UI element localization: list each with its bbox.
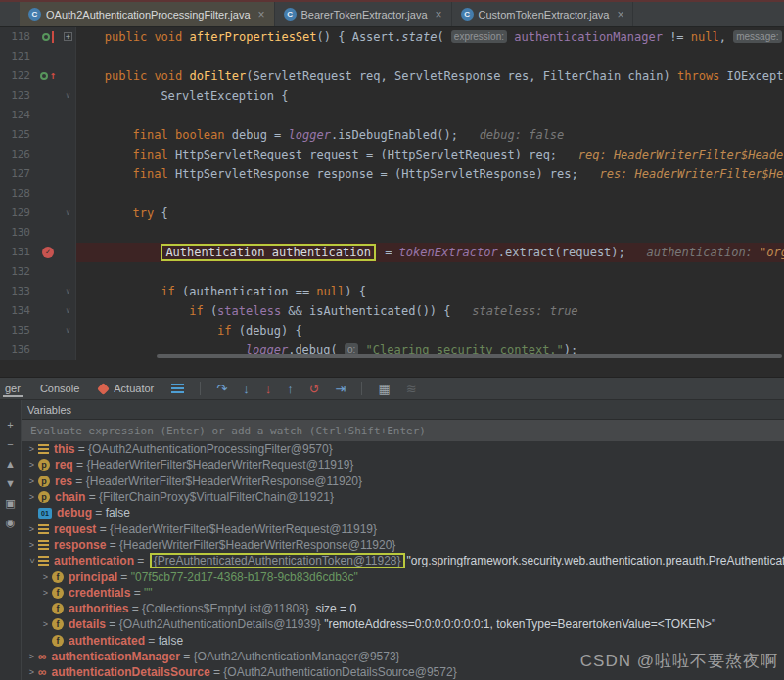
file-tab[interactable]: CBearerTokenExtractor.java×	[275, 2, 452, 26]
variable-row-credentials[interactable]: >fcredentials = ""	[22, 585, 784, 601]
line-number: 124	[0, 106, 35, 125]
variable-row-debug[interactable]: 01debug = false	[22, 505, 784, 521]
tab-close-icon[interactable]: ×	[436, 8, 442, 22]
debugger-tab-ger[interactable]: ger	[3, 380, 23, 397]
gutter	[35, 204, 61, 223]
code-content[interactable]: if (authentication == null) {	[76, 282, 784, 301]
drop-frame-icon[interactable]: ↺	[309, 383, 320, 395]
variable-row-authorities[interactable]: fauthorities = {Collections$EmptyList@11…	[22, 601, 784, 616]
variable-row-principal[interactable]: >fprincipal = "07f5cb77-2d17-4368-b178-9…	[22, 568, 784, 584]
fold-column[interactable]: ∨	[61, 86, 76, 106]
variable-row-res[interactable]: >pres = {HeaderWriterFilter$HeaderWriter…	[22, 474, 784, 489]
code-line: 127final HttpServletResponse response = …	[0, 164, 784, 184]
step-out-icon[interactable]: ↑	[287, 383, 294, 395]
value-icon	[38, 524, 49, 534]
variable-row-request[interactable]: >request = {HeaderWriterFilter$HeaderWri…	[22, 521, 784, 536]
debugger-tab-console[interactable]: Console	[38, 380, 81, 397]
fold-column[interactable]: ∨	[61, 204, 76, 223]
expand-chevron-icon[interactable]: >	[39, 619, 52, 629]
expand-chevron-icon[interactable]: >	[39, 572, 52, 582]
code-content[interactable]	[76, 106, 784, 125]
add-watch-icon[interactable]: +	[7, 420, 13, 431]
variables-tab[interactable]: Variables	[0, 400, 784, 420]
horizontal-scrollbar[interactable]	[157, 354, 782, 358]
layout-settings-icon[interactable]	[171, 384, 184, 393]
code-content[interactable]	[76, 47, 784, 67]
expand-chevron-icon[interactable]: >	[25, 476, 38, 486]
fold-expand-icon[interactable]: +	[64, 32, 72, 41]
expand-chevron-icon[interactable]: >	[25, 540, 38, 550]
code-content[interactable]: if (stateless && isAuthenticated()) { st…	[76, 301, 784, 321]
variable-name: credentials	[69, 586, 130, 600]
caret-mark	[52, 31, 54, 43]
variables-tree[interactable]: >this = {OAuth2AuthenticationProcessingF…	[22, 441, 784, 680]
expand-chevron-icon[interactable]: >	[25, 652, 38, 661]
variable-row-this[interactable]: >this = {OAuth2AuthenticationProcessingF…	[22, 441, 784, 457]
code-content[interactable]	[76, 184, 784, 204]
line-number: 123	[0, 86, 35, 106]
fold-column[interactable]: ∨	[61, 301, 76, 321]
code-token: Assert.	[352, 30, 402, 44]
variable-row-details[interactable]: >fdetails = {OAuth2AuthenticationDetails…	[22, 616, 784, 632]
fold-column[interactable]: ∨	[61, 282, 76, 301]
stream-debugger-icon[interactable]: ≋	[406, 383, 417, 395]
code-content[interactable]: final HttpServletRequest request = (Http…	[76, 145, 784, 164]
code-content[interactable]: final boolean debug = logger.isDebugEnab…	[76, 125, 784, 145]
duplicate-watch-icon[interactable]: ▣	[5, 498, 15, 509]
debugger-tab-actuator[interactable]: Actuator	[97, 380, 156, 397]
gutter	[35, 27, 61, 47]
overridden-marker-icon[interactable]: ↑	[50, 67, 57, 86]
variable-row-response[interactable]: >response = {HeaderWriterFilter$HeaderWr…	[22, 537, 784, 553]
code-content[interactable]	[76, 223, 784, 243]
file-tab[interactable]: COAuth2AuthenticationProcessingFilter.ja…	[20, 2, 275, 26]
variable-type-icon: ∞	[38, 652, 47, 661]
override-method-icon[interactable]	[42, 33, 50, 41]
code-token: !=	[663, 30, 691, 44]
variable-row-req[interactable]: >preq = {HeaderWriterFilter$HeaderWriter…	[22, 457, 784, 473]
move-up-icon[interactable]: ▲	[5, 459, 16, 470]
code-token: tokenExtractor	[399, 246, 498, 259]
fold-column[interactable]: +	[61, 27, 76, 47]
run-to-cursor-icon[interactable]: ⇥	[336, 383, 346, 395]
evaluate-expression-icon[interactable]: ▦	[378, 383, 390, 395]
code-content[interactable]: ServletException {	[76, 86, 784, 106]
step-over-icon[interactable]: ↷	[216, 383, 227, 395]
view-options-icon[interactable]: ◉	[6, 518, 16, 528]
remove-watch-icon[interactable]: −	[7, 439, 13, 450]
code-token: IOException	[727, 69, 784, 83]
code-content[interactable]: try {	[76, 204, 784, 223]
variable-row-authenticated[interactable]: fauthenticated = false	[22, 633, 784, 649]
code-content[interactable]: final HttpServletResponse response = (Ht…	[76, 164, 784, 184]
expand-chevron-icon[interactable]: >	[27, 555, 37, 567]
code-content[interactable]: Authentication authentication = tokenExt…	[76, 243, 784, 262]
code-editor[interactable]: 118+public void afterPropertiesSet() { A…	[0, 27, 784, 377]
evaluate-expression-input[interactable]: Evaluate expression (Enter) or add a wat…	[22, 420, 784, 441]
step-into-icon[interactable]: ↓	[243, 383, 250, 395]
variable-name: authenticationManager	[52, 650, 180, 663]
expand-chevron-icon[interactable]: >	[25, 524, 38, 534]
code-content[interactable]: if (debug) {	[76, 321, 784, 340]
equals-sign: =	[106, 617, 119, 631]
tab-close-icon[interactable]: ×	[617, 8, 623, 22]
code-content[interactable]: public void doFilter(ServletRequest req,…	[76, 67, 784, 86]
fold-column	[61, 67, 76, 86]
force-step-into-icon[interactable]: ↓	[265, 383, 272, 395]
expand-chevron-icon[interactable]: >	[39, 588, 52, 598]
file-tab[interactable]: CCustomTokenExtractor.java×	[452, 2, 634, 26]
tab-close-icon[interactable]: ×	[258, 8, 265, 22]
variable-row-chain[interactable]: >pchain = {FilterChainProxy$VirtualFilte…	[22, 489, 784, 505]
override-method-icon[interactable]	[40, 72, 48, 80]
code-content[interactable]	[76, 262, 784, 282]
inline-debug-hint: authentication:	[625, 246, 760, 259]
expand-chevron-icon[interactable]: >	[25, 492, 38, 502]
breakpoint-icon[interactable]: ✓	[42, 247, 54, 258]
variable-row-authentication[interactable]: >authentication = {PreAuthenticatedAuthe…	[22, 553, 784, 568]
fold-column[interactable]: ∨	[61, 321, 76, 340]
variable-name: req	[55, 458, 73, 472]
expand-chevron-icon[interactable]: >	[25, 460, 38, 470]
expand-chevron-icon[interactable]: >	[25, 444, 38, 454]
move-down-icon[interactable]: ▼	[5, 478, 16, 489]
code-content[interactable]: public void afterPropertiesSet() { Asser…	[76, 27, 784, 47]
watermark: CSDN @啦啦不要熬夜啊	[580, 650, 778, 672]
expand-chevron-icon[interactable]: >	[25, 667, 38, 677]
